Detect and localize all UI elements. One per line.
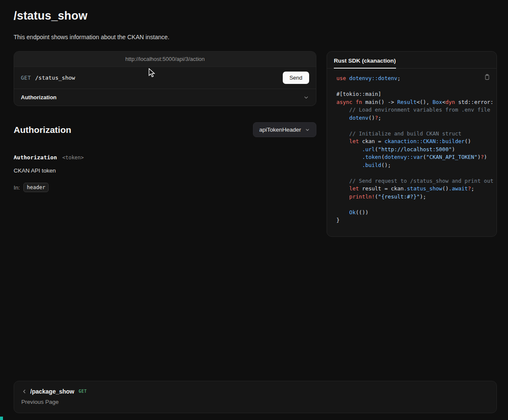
page: /status_show This endpoint shows informa… (0, 0, 508, 413)
sdk-example-card: Rust SDK (ckanaction) use dotenvy::doten… (327, 51, 497, 237)
param-type: <token> (62, 155, 84, 161)
request-path: /status_show (35, 75, 75, 81)
http-method-label: GET (21, 75, 31, 81)
auth-scheme-select[interactable]: apiTokenHeader (253, 122, 316, 137)
code-line: println!("{result:#?}"); (336, 193, 493, 201)
param-name-row: Authorization <token> (14, 153, 316, 161)
code-line: let result = ckan.status_show().await?; (336, 185, 493, 193)
chevron-down-icon (303, 95, 309, 101)
code-line: use dotenvy::dotenv; (336, 75, 493, 83)
page-description: This endpoint shows information about th… (14, 34, 497, 40)
in-label: In: (14, 184, 20, 191)
request-card: http://localhost:5000/api/3/action GET /… (14, 51, 316, 106)
request-row: GET /status_show Send (14, 67, 316, 89)
code-line: // Initialize and build CKAN struct (336, 130, 493, 138)
dev-indicator (0, 417, 3, 420)
auth-collapsible-row[interactable]: Authorization (14, 89, 316, 106)
code-line (336, 83, 493, 91)
auth-parameter: Authorization <token> CKAN API token In:… (14, 153, 316, 192)
code-line (336, 201, 493, 209)
code-line: Ok(()) (336, 209, 493, 217)
code-line: // Send request to /status_show and prin… (336, 177, 493, 185)
code-line: .url("http://localhost:5000") (336, 146, 493, 154)
chevron-down-icon (305, 127, 310, 132)
authorization-heading: Authorization (14, 125, 71, 135)
authorization-header-row: Authorization apiTokenHeader (14, 122, 316, 137)
param-location-row: In: header (14, 183, 316, 192)
content-columns: http://localhost:5000/api/3/action GET /… (14, 51, 497, 237)
previous-page-row: /package_show GET (21, 388, 488, 395)
code-line: .token(dotenvy::var("CKAN_API_TOKEN")?) (336, 153, 493, 161)
left-column: http://localhost:5000/api/3/action GET /… (14, 51, 316, 192)
code-block: use dotenvy::dotenv;#[tokio::main]async … (336, 75, 493, 224)
code-line: .build(); (336, 161, 493, 170)
base-url-selector[interactable]: http://localhost:5000/api/3/action (14, 52, 316, 67)
copy-code-button[interactable] (484, 74, 491, 81)
send-button[interactable]: Send (283, 72, 309, 84)
code-line: #[tokio::main] (336, 90, 493, 98)
previous-page-path: /package_show (30, 388, 75, 395)
auth-scheme-value: apiTokenHeader (259, 127, 301, 133)
code-line: async fn main() -> Result<(), Box<dyn st… (336, 98, 493, 106)
page-title: /status_show (14, 9, 497, 23)
right-column: Rust SDK (ckanaction) use dotenvy::doten… (327, 51, 497, 237)
base-url-text: http://localhost:5000/api/3/action (125, 56, 204, 62)
auth-collapsible-label: Authorization (21, 94, 57, 101)
param-name: Authorization (14, 154, 57, 161)
in-value-chip: header (23, 183, 49, 192)
tab-rust-sdk[interactable]: Rust SDK (ckanaction) (334, 58, 396, 69)
code-line: // Load environment variables from .env … (336, 106, 493, 114)
sdk-tabs: Rust SDK (ckanaction) (327, 52, 497, 69)
code-line (336, 122, 493, 130)
param-description: CKAN API token (14, 167, 316, 174)
code-line: dotenv()?; (336, 114, 493, 122)
previous-page-card[interactable]: /package_show GET Previous Page (14, 381, 497, 413)
previous-page-label: Previous Page (21, 399, 488, 405)
clipboard-icon (484, 74, 491, 81)
code-line: } (336, 216, 493, 224)
code-line: let ckan = ckanaction::CKAN::builder() (336, 138, 493, 146)
previous-page-method: GET (79, 389, 87, 394)
code-line (336, 169, 493, 177)
chevron-left-icon (21, 388, 27, 394)
code-example: use dotenvy::dotenv;#[tokio::main]async … (327, 69, 497, 236)
